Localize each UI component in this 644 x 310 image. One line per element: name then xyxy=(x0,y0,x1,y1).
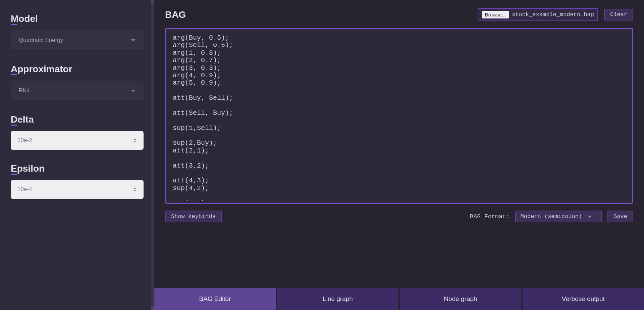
save-button[interactable]: Save xyxy=(607,211,633,222)
approximator-value: RK4 xyxy=(19,87,30,94)
delta-stepper[interactable] xyxy=(133,138,137,142)
main-header: BAG Browse... stock_example_modern.bag C… xyxy=(165,8,633,21)
model-value: Quadratic Energy xyxy=(19,37,63,44)
clear-button[interactable]: Clear xyxy=(604,9,633,20)
tab-verbose-output[interactable]: Verbose output xyxy=(523,288,644,310)
sidebar-scrollbar[interactable] xyxy=(151,0,154,310)
chevron-down-icon xyxy=(131,39,136,42)
tabs: BAG Editor Line graph Node graph Verbose… xyxy=(154,288,644,310)
delta-title: Delta xyxy=(11,114,34,125)
footer-right: BAG Format: Modern (semicolon) Save xyxy=(470,211,633,222)
editor-wrap xyxy=(165,28,633,204)
browse-button[interactable]: Browse... xyxy=(482,11,509,18)
delta-input[interactable] xyxy=(17,137,133,144)
stepper-down-icon xyxy=(133,141,136,142)
format-select[interactable]: Modern (semicolon) xyxy=(515,211,602,222)
format-value: Modern (semicolon) xyxy=(521,213,582,220)
chevron-down-icon xyxy=(588,216,591,218)
epsilon-input-wrap xyxy=(11,180,144,199)
stepper-up-icon xyxy=(133,138,136,140)
editor-footer: Show keybinds BAG Format: Modern (semico… xyxy=(165,211,633,222)
stepper-up-icon xyxy=(133,187,136,189)
stepper-down-icon xyxy=(133,190,136,191)
format-label: BAG Format: xyxy=(470,213,510,220)
file-chooser: Browse... stock_example_modern.bag xyxy=(478,8,598,21)
bag-editor[interactable] xyxy=(167,30,632,201)
header-actions: Browse... stock_example_modern.bag Clear xyxy=(478,8,633,21)
epsilon-input[interactable] xyxy=(17,186,133,193)
tab-node-graph[interactable]: Node graph xyxy=(400,288,521,310)
approximator-title: Approximator xyxy=(11,64,72,75)
model-select[interactable]: Quadratic Energy xyxy=(11,30,144,50)
chevron-down-icon xyxy=(131,90,136,92)
epsilon-stepper[interactable] xyxy=(133,187,137,191)
main-panel: BAG Browse... stock_example_modern.bag C… xyxy=(154,0,644,310)
model-title: Model xyxy=(11,13,38,24)
page-title: BAG xyxy=(165,9,186,20)
tab-line-graph[interactable]: Line graph xyxy=(277,288,398,310)
filename-label: stock_example_modern.bag xyxy=(512,11,594,18)
tab-bag-editor[interactable]: BAG Editor xyxy=(154,288,276,310)
delta-input-wrap xyxy=(11,131,144,150)
approximator-select[interactable]: RK4 xyxy=(11,81,144,101)
sidebar: Model Quadratic Energy Approximator RK4 … xyxy=(0,0,154,310)
show-keybinds-button[interactable]: Show keybinds xyxy=(165,211,222,222)
epsilon-title: Epsilon xyxy=(11,163,45,174)
